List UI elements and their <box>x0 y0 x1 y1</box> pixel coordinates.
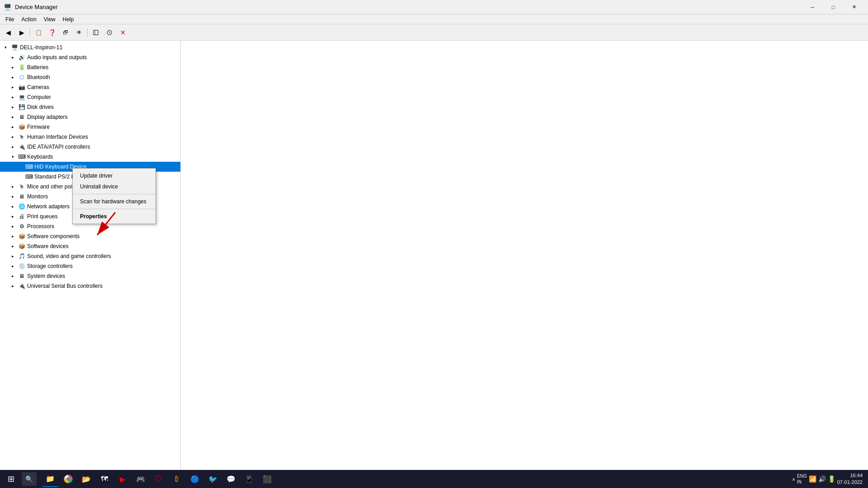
software-comp-icon: 📦 <box>18 233 25 240</box>
tree-item-bluetooth[interactable]: ▸ ⬡ Bluetooth <box>0 72 180 82</box>
expander-system[interactable]: ▸ <box>9 272 16 280</box>
new-window-button[interactable]: 🗗 <box>59 26 72 39</box>
ctx-properties[interactable]: Properties <box>73 211 156 222</box>
expander-processors[interactable]: ▸ <box>9 223 16 230</box>
expander-keyboards[interactable]: ▾ <box>9 153 16 160</box>
tree-item-storage[interactable]: ▸ 💿 Storage controllers <box>0 261 180 271</box>
processors-icon: ⚙ <box>18 223 25 230</box>
tree-item-ide[interactable]: ▸ 🔌 IDE ATA/ATAPI controllers <box>0 142 180 152</box>
computer-icon: 🖥️ <box>11 44 18 51</box>
tree-item-firmware[interactable]: ▸ 📦 Firmware <box>0 122 180 132</box>
taskbar-maps[interactable]: 🗺 <box>96 471 113 487</box>
content-area <box>181 41 868 478</box>
menu-action[interactable]: Action <box>18 15 40 23</box>
taskbar-msg[interactable]: 💬 <box>223 471 239 487</box>
device-tree[interactable]: ▾ 🖥️ DELL-Inspiron-11 ▸ 🔊 Audio inputs a… <box>0 41 181 478</box>
print-icon: 🖨 <box>18 213 25 220</box>
taskbar-twitter[interactable]: 🐦 <box>205 471 221 487</box>
ctx-separator-1 <box>73 194 156 194</box>
expander-hid[interactable]: ▸ <box>9 133 16 141</box>
open-properties-button[interactable]: 📋 <box>32 26 45 39</box>
tray-chevron[interactable]: ∧ <box>792 477 795 482</box>
menu-view[interactable]: View <box>40 15 59 23</box>
show-hidden-button[interactable]: 👁 <box>73 26 85 39</box>
remove-button[interactable]: ✕ <box>117 26 129 39</box>
taskbar-whatsapp[interactable]: 📱 <box>241 471 257 487</box>
computer-icon2: 💻 <box>18 94 25 101</box>
minimize-button[interactable]: ─ <box>802 0 823 14</box>
taskbar-chrome[interactable] <box>60 471 76 487</box>
back-button[interactable]: ◀ <box>2 26 14 39</box>
expander-sound[interactable]: ▸ <box>9 253 16 260</box>
tree-label-keyboards: Keyboards <box>27 154 53 160</box>
ctx-scan[interactable]: Scan for hardware changes <box>73 196 156 207</box>
ctx-update-driver[interactable]: Update driver <box>73 170 156 181</box>
expander-firmware[interactable]: ▸ <box>9 123 16 131</box>
taskbar-browser2[interactable]: 🔵 <box>187 471 203 487</box>
taskbar-terminal[interactable]: ⬛ <box>259 471 275 487</box>
tree-item-hid[interactable]: ▸ 🖱 Human Interface Devices <box>0 132 180 142</box>
search-box[interactable]: 🔍 <box>22 472 37 486</box>
context-menu: Update driver Uninstall device Scan for … <box>72 168 156 224</box>
mice-icon: 🖱 <box>18 183 25 190</box>
update-driver-toolbar-button[interactable] <box>103 26 116 39</box>
expander-storage[interactable]: ▸ <box>9 263 16 270</box>
help-button[interactable]: ❓ <box>46 26 58 39</box>
menu-help[interactable]: Help <box>59 15 78 23</box>
tree-item-computer[interactable]: ▸ 💻 Computer <box>0 92 180 102</box>
expander-network[interactable]: ▸ <box>9 203 16 210</box>
tree-item-software-comp[interactable]: ▸ 📦 Software components <box>0 231 180 241</box>
maximize-button[interactable]: □ <box>823 0 844 14</box>
taskbar-bit[interactable]: ₿ <box>169 471 185 487</box>
tree-item-disk[interactable]: ▸ 💾 Disk drives <box>0 102 180 112</box>
tree-item-system[interactable]: ▸ 🖥 System devices <box>0 271 180 281</box>
expander-mice[interactable]: ▸ <box>9 183 16 190</box>
taskbar-vpn[interactable]: 🛡 <box>151 471 167 487</box>
expander-print[interactable]: ▸ <box>9 213 16 220</box>
expander-display[interactable]: ▸ <box>9 113 16 121</box>
forward-button[interactable]: ▶ <box>15 26 28 39</box>
expander-ide[interactable]: ▸ <box>9 143 16 150</box>
tree-item-cameras[interactable]: ▸ 📷 Cameras <box>0 82 180 92</box>
expander-audio[interactable]: ▸ <box>9 54 16 61</box>
tree-item-keyboards[interactable]: ▾ ⌨ Keyboards <box>0 152 180 162</box>
taskbar-file-explorer[interactable]: 📁 <box>42 471 58 487</box>
expander-software-dev[interactable]: ▸ <box>9 243 16 250</box>
tree-item-display[interactable]: ▸ 🖥 Display adapters <box>0 112 180 122</box>
tree-item-usb[interactable]: ▸ 🔌 Universal Serial Bus controllers <box>0 281 180 291</box>
expander-bluetooth[interactable]: ▸ <box>9 74 16 81</box>
tree-item-sound[interactable]: ▸ 🎵 Sound, video and game controllers <box>0 251 180 261</box>
expander-software-comp[interactable]: ▸ <box>9 233 16 240</box>
tree-item-software-dev[interactable]: ▸ 📦 Software devices <box>0 241 180 251</box>
expander-cameras[interactable]: ▸ <box>9 84 16 91</box>
tree-item-root[interactable]: ▾ 🖥️ DELL-Inspiron-11 <box>0 42 180 52</box>
taskbar-youtube[interactable]: ▶ <box>114 471 131 487</box>
main-area: ▾ 🖥️ DELL-Inspiron-11 ▸ 🔊 Audio inputs a… <box>0 41 868 478</box>
expander-disk[interactable]: ▸ <box>9 103 16 111</box>
menu-file[interactable]: File <box>2 15 18 23</box>
tree-item-batteries[interactable]: ▸ 🔋 Batteries <box>0 62 180 72</box>
disk-icon: 💾 <box>18 103 25 111</box>
tray-speaker[interactable]: 🔊 <box>818 475 826 483</box>
batteries-icon: 🔋 <box>18 64 25 71</box>
ctx-uninstall[interactable]: Uninstall device <box>73 181 156 192</box>
taskbar-play[interactable]: 🎮 <box>132 471 149 487</box>
tree-label-root: DELL-Inspiron-11 <box>20 44 62 51</box>
tree-label-network: Network adapters <box>27 203 70 210</box>
expander-monitors[interactable]: ▸ <box>9 193 16 200</box>
expander-usb[interactable]: ▸ <box>9 282 16 290</box>
start-button[interactable]: ⊞ <box>2 470 20 488</box>
taskbar-clock[interactable]: 16:44 07-01-2022 <box>837 472 863 486</box>
close-button[interactable]: ✕ <box>844 0 864 14</box>
tree-item-audio[interactable]: ▸ 🔊 Audio inputs and outputs <box>0 52 180 62</box>
expander-root[interactable]: ▾ <box>2 44 9 51</box>
tray-wifi[interactable]: 📶 <box>809 475 816 483</box>
resources-button[interactable] <box>90 26 102 39</box>
cameras-icon: 📷 <box>18 84 25 91</box>
expander-computer[interactable]: ▸ <box>9 94 16 101</box>
tray-battery[interactable]: 🔋 <box>828 475 835 483</box>
monitors-icon: 🖥 <box>18 193 25 200</box>
tree-label-software-comp: Software components <box>27 233 80 239</box>
taskbar-files[interactable]: 📂 <box>78 471 94 487</box>
expander-batteries[interactable]: ▸ <box>9 64 16 71</box>
